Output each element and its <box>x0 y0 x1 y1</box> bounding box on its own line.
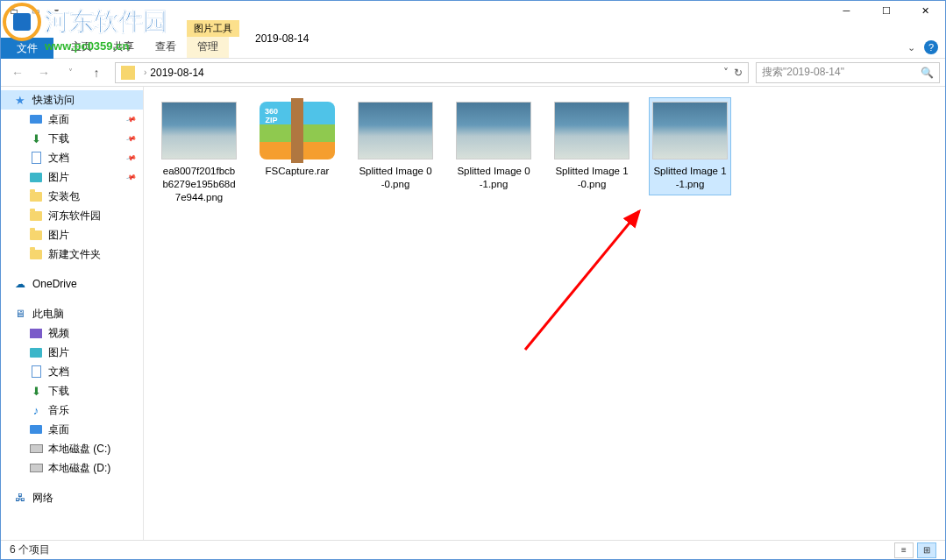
sidebar-item[interactable]: 图片 <box>1 343 143 362</box>
pic-icon <box>29 170 43 184</box>
tab-view[interactable]: 查看 <box>145 37 187 58</box>
sidebar-item[interactable]: 文档 <box>1 362 143 381</box>
svg-line-1 <box>525 211 639 350</box>
sidebar-item-label: 安装包 <box>48 189 80 204</box>
sidebar-item-label: 下载 <box>48 131 69 146</box>
sidebar-item[interactable]: 桌面 <box>1 420 143 439</box>
address-bar[interactable]: › 2019-08-14 ˅ ↻ <box>115 62 749 83</box>
desktop-icon <box>29 112 43 126</box>
file-view[interactable]: ea8007f201fbcbb6279e195b68d7e944.png360Z… <box>144 87 945 540</box>
file-tab[interactable]: 文件 <box>1 38 53 59</box>
navigation-pane[interactable]: 快速访问 桌面⬇下载文档图片安装包河东软件园图片新建文件夹 ☁ OneDrive… <box>1 87 144 540</box>
image-thumbnail <box>358 102 433 159</box>
forward-button[interactable]: → <box>32 61 55 84</box>
recent-dropdown[interactable]: ˅ <box>59 61 82 84</box>
tab-manage[interactable]: 管理 <box>187 37 229 58</box>
archive-icon: 360ZIP <box>260 102 335 159</box>
file-name-label: Splitted Image 0-1.png <box>457 165 530 191</box>
window-controls: ─ ☐ ✕ <box>827 1 945 20</box>
sidebar-item[interactable]: 本地磁盘 (C:) <box>1 439 143 458</box>
title-bar: 🗀 ▭ ▾ ─ ☐ ✕ <box>1 1 945 20</box>
sidebar-item[interactable]: 本地磁盘 (D:) <box>1 458 143 478</box>
download-icon: ⬇ <box>29 131 43 145</box>
folder-icon <box>121 66 135 80</box>
sidebar-item-label: 下载 <box>48 384 69 399</box>
close-button[interactable]: ✕ <box>906 1 945 20</box>
ribbon: 文件 主页 共享 查看 图片工具 管理 2019-08-14 ⌄ ? <box>1 20 945 59</box>
sidebar-item-label: 图片 <box>48 170 69 185</box>
status-item-count: 6 个项目 <box>10 542 50 557</box>
sidebar-item[interactable]: 桌面 <box>1 110 143 129</box>
help-icon[interactable]: ? <box>924 40 938 54</box>
folder-icon <box>29 247 43 261</box>
up-button[interactable]: ↑ <box>85 61 108 84</box>
sidebar-item-label: 本地磁盘 (C:) <box>48 442 110 457</box>
ribbon-expand-icon[interactable]: ⌄ <box>907 42 915 53</box>
file-item[interactable]: 360ZIPFSCapture.rar <box>256 97 338 182</box>
image-thumbnail <box>456 102 531 159</box>
sidebar-item[interactable]: 图片 <box>1 225 143 245</box>
file-item[interactable]: Splitted Image 1-1.png <box>649 97 731 195</box>
tab-share[interactable]: 共享 <box>103 37 145 58</box>
sidebar-item[interactable]: ⬇下载 <box>1 381 143 401</box>
file-name-label: ea8007f201fbcbb6279e195b68d7e944.png <box>162 165 236 204</box>
chevron-down-icon[interactable]: ˅ <box>723 67 729 79</box>
file-item[interactable]: Splitted Image 0-0.png <box>354 97 437 195</box>
context-tab-group-label: 图片工具 <box>187 20 239 37</box>
search-icon[interactable]: 🔍 <box>921 67 934 79</box>
file-name-label: Splitted Image 1-1.png <box>653 165 727 191</box>
sidebar-item[interactable]: 文档 <box>1 148 143 167</box>
status-bar: 6 个项目 ≡ ⊞ <box>1 540 945 559</box>
sidebar-item[interactable]: ♪音乐 <box>1 401 143 420</box>
file-item[interactable]: Splitted Image 1-0.png <box>551 97 633 195</box>
video-icon <box>29 326 43 340</box>
sidebar-quick-access[interactable]: 快速访问 <box>1 90 143 110</box>
file-name-label: Splitted Image 0-0.png <box>359 165 432 191</box>
pic-icon <box>29 345 43 359</box>
maximize-button[interactable]: ☐ <box>866 1 906 20</box>
file-item[interactable]: ea8007f201fbcbb6279e195b68d7e944.png <box>158 97 240 209</box>
icons-view-button[interactable]: ⊞ <box>917 542 936 558</box>
details-view-button[interactable]: ≡ <box>894 542 914 558</box>
sidebar-this-pc[interactable]: 🖥 此电脑 <box>1 304 143 323</box>
sidebar-item[interactable]: 河东软件园 <box>1 206 143 225</box>
folder-icon: 🗀 <box>6 3 22 18</box>
quick-access-toolbar: 🗀 ▭ ▾ <box>1 3 64 18</box>
sidebar-item[interactable]: 图片 <box>1 167 143 187</box>
sidebar-item-label: 河东软件园 <box>48 209 101 223</box>
search-placeholder: 搜索"2019-08-14" <box>762 65 844 80</box>
annotation-arrow <box>516 201 657 358</box>
doc-icon <box>29 365 43 379</box>
sidebar-network[interactable]: 🖧 网络 <box>1 488 143 507</box>
minimize-button[interactable]: ─ <box>827 1 866 20</box>
sidebar-item[interactable]: 视频 <box>1 323 143 343</box>
sidebar-item[interactable]: ⬇下载 <box>1 129 143 148</box>
qat-dropdown-icon[interactable]: ▾ <box>48 3 64 18</box>
sidebar-item-label: 新建文件夹 <box>48 247 101 262</box>
file-name-label: FSCapture.rar <box>266 165 330 178</box>
tab-home[interactable]: 主页 <box>60 37 103 58</box>
folder-icon <box>29 228 43 242</box>
disk-icon <box>29 442 43 456</box>
image-thumbnail <box>554 102 629 159</box>
image-thumbnail <box>161 102 237 159</box>
sidebar-item[interactable]: 新建文件夹 <box>1 245 143 264</box>
sidebar-item-label: 文档 <box>48 151 69 166</box>
sidebar-item[interactable]: 安装包 <box>1 187 143 206</box>
refresh-icon[interactable]: ↻ <box>734 67 743 79</box>
breadcrumb-segment[interactable]: 2019-08-14 <box>150 67 203 79</box>
music-icon: ♪ <box>29 403 43 417</box>
back-button[interactable]: ← <box>6 61 29 84</box>
search-input[interactable]: 搜索"2019-08-14" 🔍 <box>756 62 940 83</box>
star-icon <box>13 93 27 107</box>
file-item[interactable]: Splitted Image 0-1.png <box>452 97 535 195</box>
disk-icon <box>29 461 43 475</box>
properties-icon[interactable]: ▭ <box>27 3 43 18</box>
sidebar-item-label: 图片 <box>48 345 69 360</box>
desktop-icon <box>29 422 43 436</box>
window-title: 2019-08-14 <box>255 32 309 45</box>
sidebar-item-label: 桌面 <box>48 112 69 127</box>
chevron-right-icon[interactable]: › <box>144 67 146 77</box>
sidebar-onedrive[interactable]: ☁ OneDrive <box>1 274 143 294</box>
sidebar-item-label: 本地磁盘 (D:) <box>48 461 110 476</box>
